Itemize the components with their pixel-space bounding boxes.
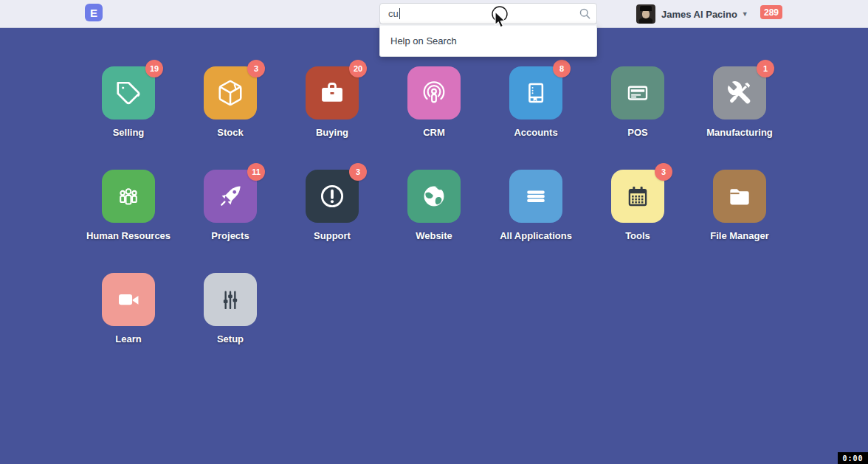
module-tools[interactable]: 3 (611, 170, 664, 223)
search-icon[interactable] (579, 7, 591, 20)
menu-icon (509, 170, 562, 223)
module-crm[interactable] (407, 66, 461, 120)
module-badge-selling: 19 (145, 60, 163, 77)
module-accounts[interactable]: 8 (509, 66, 562, 120)
module-label-support: Support (281, 230, 383, 241)
module-label-learn: Learn (78, 333, 179, 344)
module-cell-file-manager: File Manager (689, 170, 790, 273)
sliders-icon (204, 273, 257, 326)
module-label-website: Website (383, 230, 485, 241)
module-label-pos: POS (587, 127, 689, 138)
module-cell-pos: POS (587, 66, 689, 170)
module-badge-buying: 20 (349, 60, 367, 77)
folder-icon (713, 170, 766, 223)
module-badge-tools: 3 (655, 163, 672, 181)
module-label-tools: Tools (587, 230, 689, 241)
module-badge-support: 3 (349, 163, 367, 181)
module-cell-selling: 19Selling (78, 66, 179, 170)
module-cell-buying: 20Buying (281, 66, 383, 170)
module-cell-projects: 11Projects (179, 170, 281, 273)
module-badge-manufacturing: 1 (757, 60, 774, 77)
module-label-buying: Buying (281, 127, 383, 138)
chevron-down-icon: ▼ (742, 10, 748, 18)
module-stock[interactable]: 3 (204, 66, 257, 120)
module-cell-tools: 3Tools (587, 170, 689, 273)
module-cell-accounts: 8Accounts (485, 66, 587, 170)
module-manufacturing[interactable]: 1 (713, 66, 766, 120)
notification-count-badge[interactable]: 289 (760, 5, 782, 19)
module-label-setup: Setup (179, 333, 281, 344)
module-learn[interactable] (102, 273, 155, 326)
module-badge-projects: 11 (247, 163, 265, 181)
module-website[interactable] (407, 170, 461, 223)
search-input[interactable] (379, 3, 597, 24)
module-setup[interactable] (204, 273, 257, 326)
search-dropdown: Help on Search (379, 24, 597, 57)
desk-page: E James Al Pacino ▼ 289 Help on Search 1… (0, 0, 868, 464)
module-cell-website: Website (383, 170, 485, 273)
module-file-manager[interactable] (713, 170, 766, 223)
module-projects[interactable]: 11 (204, 170, 257, 223)
module-badge-accounts: 8 (553, 60, 571, 77)
module-grid: 19Selling3Stock20BuyingCRM8AccountsPOS1M… (78, 66, 790, 376)
module-label-stock: Stock (179, 127, 281, 138)
module-label-manufacturing: Manufacturing (689, 127, 790, 138)
dropdown-item-help-on-search[interactable]: Help on Search (380, 26, 596, 56)
module-human-resources[interactable] (102, 170, 155, 223)
module-cell-support: 3Support (281, 170, 383, 273)
app-logo[interactable]: E (85, 4, 103, 21)
search-box (379, 3, 597, 24)
module-cell-all-applications: All Applications (485, 170, 587, 273)
module-buying[interactable]: 20 (306, 66, 359, 120)
module-label-crm: CRM (383, 127, 485, 138)
user-name: James Al Pacino (661, 9, 737, 20)
module-support[interactable]: 3 (306, 170, 359, 223)
credit-card-icon (611, 66, 664, 120)
globe-icon (407, 170, 461, 223)
module-cell-manufacturing: 1Manufacturing (689, 66, 790, 170)
module-cell-learn: Learn (78, 273, 179, 376)
module-badge-stock: 3 (247, 60, 265, 77)
module-all-applications[interactable] (509, 170, 562, 223)
people-icon (102, 170, 155, 223)
video-icon (102, 273, 155, 326)
user-menu[interactable]: James Al Pacino ▼ (636, 0, 748, 28)
text-caret (399, 8, 400, 19)
recording-timer: 0:00 (838, 452, 868, 464)
module-cell-crm: CRM (383, 66, 485, 170)
module-pos[interactable] (611, 66, 664, 120)
module-label-accounts: Accounts (485, 127, 587, 138)
module-cell-human-resources: Human Resources (78, 170, 179, 273)
user-avatar (636, 4, 655, 24)
module-selling[interactable]: 19 (102, 66, 155, 120)
module-label-human-resources: Human Resources (78, 230, 179, 241)
module-cell-setup: Setup (179, 273, 281, 376)
module-cell-stock: 3Stock (179, 66, 281, 170)
module-label-file-manager: File Manager (689, 230, 790, 241)
module-label-all-applications: All Applications (485, 230, 587, 241)
module-label-projects: Projects (179, 230, 281, 241)
module-label-selling: Selling (78, 127, 179, 138)
podcast-icon (407, 66, 461, 120)
